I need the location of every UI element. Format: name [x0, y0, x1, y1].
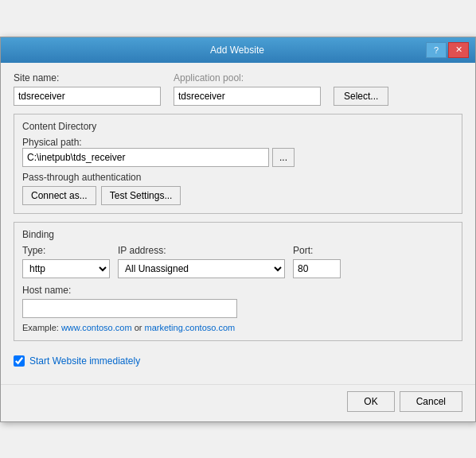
dialog-footer: OK Cancel	[1, 384, 475, 421]
site-name-input[interactable]	[14, 87, 161, 106]
binding-title: Binding	[22, 229, 454, 240]
ip-select[interactable]: All Unassigned	[118, 259, 285, 278]
dialog-title: Add Website	[49, 45, 426, 56]
pass-through-label: Pass-through authentication	[22, 172, 454, 183]
example-link-2[interactable]: marketing.contoso.com	[144, 323, 235, 332]
site-name-label: Site name:	[14, 72, 161, 83]
title-bar-buttons: ? ✕	[426, 42, 469, 58]
test-settings-button[interactable]: Test Settings...	[101, 186, 181, 205]
dialog-content: Site name: Application pool: Select... C…	[1, 63, 475, 384]
hostname-input[interactable]	[22, 299, 237, 318]
title-bar: Add Website ? ✕	[1, 37, 475, 63]
port-input[interactable]	[293, 259, 341, 278]
cancel-button[interactable]: Cancel	[400, 391, 462, 412]
start-website-label[interactable]: Start Website immediately	[14, 355, 140, 367]
type-label: Type:	[22, 245, 110, 256]
app-pool-input[interactable]	[174, 87, 321, 106]
start-website-checkbox[interactable]	[14, 355, 25, 367]
start-website-section: Start Website immediately	[14, 349, 462, 367]
browse-button[interactable]: ...	[272, 148, 295, 167]
start-website-text: Start Website immediately	[29, 355, 140, 367]
select-button[interactable]: Select...	[334, 87, 388, 106]
binding-row: Type: http https IP address: All Unassig…	[22, 245, 454, 278]
hostname-label: Host name:	[22, 285, 454, 296]
hostname-group: Host name:	[22, 285, 454, 318]
content-directory-title: Content Directory	[22, 121, 454, 132]
app-pool-group: Application pool:	[174, 72, 321, 106]
app-pool-label: Application pool:	[174, 72, 321, 83]
port-group: Port:	[293, 245, 341, 278]
type-select[interactable]: http https	[22, 259, 110, 278]
example-link-1[interactable]: www.contoso.com	[61, 323, 132, 332]
physical-path-row: ...	[22, 148, 454, 167]
ok-button[interactable]: OK	[347, 391, 394, 412]
add-website-dialog: Add Website ? ✕ Site name: Application p…	[0, 37, 476, 422]
type-group: Type: http https	[22, 245, 110, 278]
close-button[interactable]: ✕	[448, 42, 469, 58]
connect-as-button[interactable]: Connect as...	[22, 186, 96, 205]
example-text: Example: www.contoso.com or marketing.co…	[22, 323, 454, 332]
binding-section: Binding Type: http https IP address: All…	[14, 222, 462, 341]
ip-label: IP address:	[118, 245, 285, 256]
port-label: Port:	[293, 245, 341, 256]
site-apppool-row: Site name: Application pool: Select...	[14, 72, 462, 106]
physical-path-input[interactable]	[22, 148, 269, 167]
content-directory-section: Content Directory Physical path: ... Pas…	[14, 114, 462, 214]
ip-group: IP address: All Unassigned	[118, 245, 285, 278]
site-name-group: Site name:	[14, 72, 161, 106]
help-button[interactable]: ?	[426, 42, 447, 58]
physical-path-label: Physical path:	[22, 137, 82, 148]
auth-buttons: Connect as... Test Settings...	[22, 186, 454, 205]
